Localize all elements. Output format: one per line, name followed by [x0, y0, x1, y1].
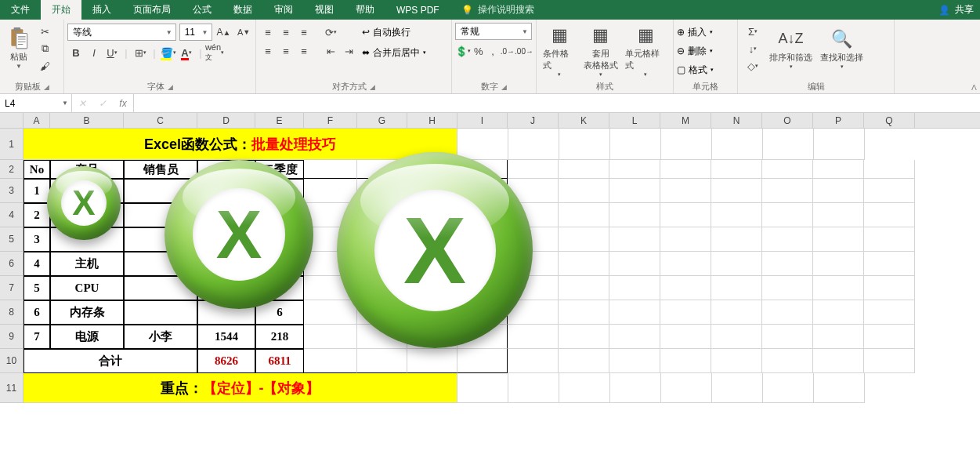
increase-font-button[interactable]: A▲	[215, 24, 233, 41]
decrease-indent-button[interactable]: ⇤	[322, 42, 339, 60]
cell-empty[interactable]	[660, 179, 711, 203]
cell-empty[interactable]	[660, 276, 711, 300]
underline-button[interactable]: U▾	[103, 44, 121, 61]
column-header-P[interactable]: P	[813, 113, 864, 128]
insert-function-button[interactable]: fx	[113, 98, 133, 109]
select-all-corner[interactable]	[0, 113, 24, 128]
cell-empty[interactable]	[813, 325, 864, 349]
cell-empty[interactable]	[711, 203, 762, 227]
align-right-button[interactable]: ≡	[295, 42, 313, 60]
comma-button[interactable]: ,	[486, 42, 499, 60]
footer-banner[interactable]: 重点：【定位】-【对象】	[24, 373, 457, 403]
column-header-K[interactable]: K	[559, 113, 609, 128]
column-header-M[interactable]: M	[660, 113, 711, 128]
row-header-5[interactable]: 5	[0, 227, 24, 252]
cut-button[interactable]: ✂	[36, 23, 53, 40]
cell-product-4[interactable]: CPU	[50, 276, 124, 300]
share-button[interactable]: 共享	[955, 3, 974, 16]
tab-view[interactable]: 视图	[304, 0, 345, 20]
wrap-text-button[interactable]: ↩自动换行	[362, 23, 426, 42]
user-icon[interactable]: 👤	[938, 5, 950, 16]
cell-empty[interactable]	[609, 325, 660, 349]
decrease-font-button[interactable]: A▼	[235, 24, 252, 41]
find-select-button[interactable]: 🔍查找和选择▾	[817, 21, 866, 74]
tab-home[interactable]: 开始	[41, 0, 81, 20]
cell-empty[interactable]	[559, 179, 609, 203]
autosum-button[interactable]: Σ▾	[741, 23, 765, 40]
cell-q2-6[interactable]: 218	[255, 325, 304, 349]
cell-empty[interactable]	[864, 300, 915, 325]
cell-empty[interactable]	[660, 227, 711, 252]
cell-empty[interactable]	[711, 300, 762, 325]
cell-empty[interactable]	[813, 203, 864, 227]
cell-empty[interactable]	[559, 325, 609, 349]
cell-product-6[interactable]: 电源	[50, 325, 124, 349]
cell-empty[interactable]	[864, 252, 915, 276]
tab-formulas[interactable]: 公式	[182, 0, 222, 20]
tab-wps-pdf[interactable]: WPS PDF	[385, 0, 450, 20]
alignment-launcher[interactable]: ◢	[370, 83, 375, 91]
column-header-N[interactable]: N	[711, 113, 762, 128]
excel-logo-image-large[interactable]: X	[337, 152, 533, 348]
cell-empty[interactable]	[813, 227, 864, 252]
column-header-G[interactable]: G	[357, 113, 407, 128]
tab-review[interactable]: 审阅	[263, 0, 304, 20]
row-header-11[interactable]: 11	[0, 373, 24, 403]
align-left-button[interactable]: ≡	[259, 42, 277, 60]
column-header-L[interactable]: L	[609, 113, 660, 128]
column-header-J[interactable]: J	[508, 113, 559, 128]
font-name-combo[interactable]: 等线▼	[67, 24, 176, 41]
delete-cells-button[interactable]: ⊖删除▾	[677, 42, 734, 60]
cell-empty[interactable]	[762, 276, 813, 300]
cell-empty[interactable]	[609, 300, 660, 325]
cell-empty[interactable]	[609, 252, 660, 276]
column-header-F[interactable]: F	[304, 113, 357, 128]
enter-formula-button[interactable]: ✓	[92, 98, 113, 109]
cell-empty[interactable]	[762, 252, 813, 276]
cell-sales-6[interactable]: 小李	[124, 325, 197, 349]
cell-empty[interactable]	[864, 325, 915, 349]
cell-empty[interactable]	[762, 300, 813, 325]
column-header-C[interactable]: C	[124, 113, 197, 128]
column-header-B[interactable]: B	[50, 113, 124, 128]
collapse-ribbon-button[interactable]: ᐱ	[971, 83, 977, 92]
cell-empty[interactable]	[711, 325, 762, 349]
row-header-8[interactable]: 8	[0, 300, 24, 325]
cell-empty[interactable]	[660, 325, 711, 349]
total-d[interactable]: 8626	[197, 349, 255, 373]
decrease-decimal-button[interactable]: .00→	[515, 42, 533, 60]
name-box[interactable]: L4▼	[0, 94, 72, 112]
excel-logo-image-small[interactable]: X	[47, 166, 121, 240]
cell-empty[interactable]	[762, 179, 813, 203]
percent-button[interactable]: %	[472, 42, 485, 60]
border-button[interactable]: ⊞▾	[132, 44, 149, 61]
row-header-3[interactable]: 3	[0, 179, 24, 203]
phonetic-button[interactable]: wén文▾	[206, 44, 223, 61]
cell-empty[interactable]	[711, 227, 762, 252]
cancel-formula-button[interactable]: ✕	[72, 98, 92, 109]
cell-empty[interactable]	[711, 179, 762, 203]
row-header-7[interactable]: 7	[0, 276, 24, 300]
column-header-I[interactable]: I	[457, 113, 508, 128]
cell-empty[interactable]	[559, 203, 609, 227]
cell-empty[interactable]	[864, 203, 915, 227]
tab-data[interactable]: 数据	[222, 0, 263, 20]
merge-center-button[interactable]: ⬌合并后居中▾	[362, 43, 426, 62]
column-header-D[interactable]: D	[197, 113, 255, 128]
format-cells-button[interactable]: ▢格式▾	[677, 60, 734, 79]
row-header-6[interactable]: 6	[0, 252, 24, 276]
total-e[interactable]: 6811	[255, 349, 304, 373]
format-as-table-button[interactable]: ▦套用 表格格式▾	[580, 21, 620, 79]
cell-empty[interactable]	[813, 252, 864, 276]
fill-button[interactable]: ↓▾	[741, 40, 765, 57]
increase-decimal-button[interactable]: .0→	[501, 42, 515, 60]
align-top-button[interactable]: ≡	[259, 24, 277, 41]
sort-filter-button[interactable]: A↓Z排序和筛选▾	[766, 21, 815, 74]
tab-insert[interactable]: 插入	[81, 0, 122, 20]
cell-product-3[interactable]: 主机	[50, 252, 124, 276]
align-middle-button[interactable]: ≡	[277, 24, 295, 41]
font-color-button[interactable]: A▾	[178, 44, 195, 61]
total-label[interactable]: 合计	[24, 349, 197, 373]
cell-empty[interactable]	[711, 276, 762, 300]
row-header-4[interactable]: 4	[0, 203, 24, 227]
